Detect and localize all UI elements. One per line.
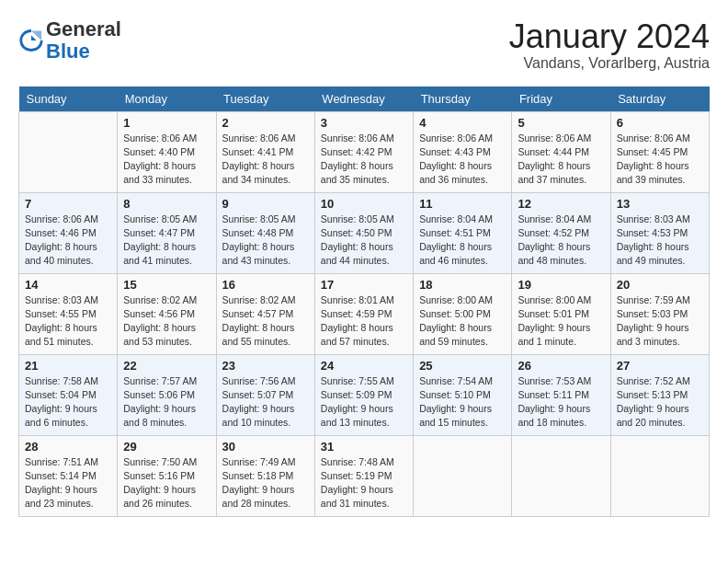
day-info: Sunrise: 8:06 AM Sunset: 4:42 PM Dayligh… xyxy=(321,132,407,188)
calendar-cell: 16Sunrise: 8:02 AM Sunset: 4:57 PM Dayli… xyxy=(216,273,314,354)
calendar-cell: 27Sunrise: 7:52 AM Sunset: 5:13 PM Dayli… xyxy=(610,354,709,435)
page-header: General Blue January 2024 Vandans, Vorar… xyxy=(18,18,710,72)
calendar-cell: 18Sunrise: 8:00 AM Sunset: 5:00 PM Dayli… xyxy=(414,273,512,354)
calendar-cell: 26Sunrise: 7:53 AM Sunset: 5:11 PM Dayli… xyxy=(512,354,610,435)
calendar-cell: 20Sunrise: 7:59 AM Sunset: 5:03 PM Dayli… xyxy=(610,273,709,354)
day-number: 4 xyxy=(419,116,506,130)
day-number: 12 xyxy=(518,197,604,211)
day-number: 2 xyxy=(222,116,309,130)
day-number: 5 xyxy=(518,116,604,130)
calendar-cell: 17Sunrise: 8:01 AM Sunset: 4:59 PM Dayli… xyxy=(314,273,413,354)
day-info: Sunrise: 8:06 AM Sunset: 4:44 PM Dayligh… xyxy=(518,132,604,188)
column-header-friday: Friday xyxy=(512,86,610,112)
day-info: Sunrise: 7:48 AM Sunset: 5:19 PM Dayligh… xyxy=(321,455,407,511)
day-number: 7 xyxy=(25,197,111,211)
calendar-cell: 30Sunrise: 7:49 AM Sunset: 5:18 PM Dayli… xyxy=(216,435,314,516)
calendar-cell: 19Sunrise: 8:00 AM Sunset: 5:01 PM Dayli… xyxy=(512,273,610,354)
day-number: 30 xyxy=(222,440,309,454)
day-number: 16 xyxy=(222,278,309,292)
day-info: Sunrise: 8:06 AM Sunset: 4:40 PM Dayligh… xyxy=(123,132,210,188)
calendar-cell: 10Sunrise: 8:05 AM Sunset: 4:50 PM Dayli… xyxy=(314,192,413,273)
calendar-cell: 2Sunrise: 8:06 AM Sunset: 4:41 PM Daylig… xyxy=(216,111,314,192)
day-info: Sunrise: 7:51 AM Sunset: 5:14 PM Dayligh… xyxy=(25,455,111,511)
day-info: Sunrise: 8:05 AM Sunset: 4:48 PM Dayligh… xyxy=(222,213,309,269)
day-info: Sunrise: 7:53 AM Sunset: 5:11 PM Dayligh… xyxy=(518,374,604,431)
calendar-cell: 8Sunrise: 8:05 AM Sunset: 4:47 PM Daylig… xyxy=(118,192,216,273)
calendar-cell: 12Sunrise: 8:04 AM Sunset: 4:52 PM Dayli… xyxy=(512,192,610,273)
calendar-cell: 3Sunrise: 8:06 AM Sunset: 4:42 PM Daylig… xyxy=(314,111,413,192)
day-info: Sunrise: 7:55 AM Sunset: 5:09 PM Dayligh… xyxy=(321,374,407,431)
calendar-cell: 5Sunrise: 8:06 AM Sunset: 4:44 PM Daylig… xyxy=(512,111,610,192)
day-number: 15 xyxy=(123,278,210,292)
day-number: 19 xyxy=(518,278,604,292)
calendar-cell: 1Sunrise: 8:06 AM Sunset: 4:40 PM Daylig… xyxy=(118,111,216,192)
column-header-sunday: Sunday xyxy=(19,86,118,112)
day-number: 24 xyxy=(321,359,407,373)
calendar-cell: 25Sunrise: 7:54 AM Sunset: 5:10 PM Dayli… xyxy=(414,354,512,435)
column-header-tuesday: Tuesday xyxy=(216,86,314,112)
day-number: 13 xyxy=(617,197,703,211)
logo-general-text: General xyxy=(46,17,121,40)
month-title: January 2024 xyxy=(509,18,710,55)
day-number: 3 xyxy=(321,116,407,130)
calendar-cell: 13Sunrise: 8:03 AM Sunset: 4:53 PM Dayli… xyxy=(610,192,709,273)
day-info: Sunrise: 8:00 AM Sunset: 5:01 PM Dayligh… xyxy=(518,293,604,350)
calendar-week-row: 7Sunrise: 8:06 AM Sunset: 4:46 PM Daylig… xyxy=(19,192,710,273)
day-info: Sunrise: 8:02 AM Sunset: 4:57 PM Dayligh… xyxy=(222,293,309,350)
title-block: January 2024 Vandans, Vorarlberg, Austri… xyxy=(509,18,710,72)
column-header-wednesday: Wednesday xyxy=(314,86,413,112)
day-number: 8 xyxy=(123,197,210,211)
calendar-cell: 9Sunrise: 8:05 AM Sunset: 4:48 PM Daylig… xyxy=(216,192,314,273)
day-info: Sunrise: 8:06 AM Sunset: 4:46 PM Dayligh… xyxy=(25,213,111,269)
day-number: 23 xyxy=(222,359,309,373)
day-number: 25 xyxy=(419,359,506,373)
day-info: Sunrise: 8:01 AM Sunset: 4:59 PM Dayligh… xyxy=(321,293,407,350)
calendar-cell: 29Sunrise: 7:50 AM Sunset: 5:16 PM Dayli… xyxy=(118,435,216,516)
day-info: Sunrise: 8:05 AM Sunset: 4:47 PM Dayligh… xyxy=(123,213,210,269)
day-info: Sunrise: 7:52 AM Sunset: 5:13 PM Dayligh… xyxy=(617,374,703,431)
calendar-header-row: SundayMondayTuesdayWednesdayThursdayFrid… xyxy=(19,86,710,112)
day-number: 9 xyxy=(222,197,309,211)
day-info: Sunrise: 8:06 AM Sunset: 4:45 PM Dayligh… xyxy=(617,132,703,188)
day-info: Sunrise: 7:57 AM Sunset: 5:06 PM Dayligh… xyxy=(123,374,210,431)
calendar-cell: 14Sunrise: 8:03 AM Sunset: 4:55 PM Dayli… xyxy=(19,273,118,354)
day-info: Sunrise: 8:06 AM Sunset: 4:43 PM Dayligh… xyxy=(419,132,506,188)
day-info: Sunrise: 8:02 AM Sunset: 4:56 PM Dayligh… xyxy=(123,293,210,350)
day-info: Sunrise: 7:56 AM Sunset: 5:07 PM Dayligh… xyxy=(222,374,309,431)
calendar-cell: 31Sunrise: 7:48 AM Sunset: 5:19 PM Dayli… xyxy=(314,435,413,516)
day-number: 20 xyxy=(617,278,703,292)
day-number: 14 xyxy=(25,278,111,292)
day-info: Sunrise: 7:50 AM Sunset: 5:16 PM Dayligh… xyxy=(123,455,210,511)
calendar-week-row: 1Sunrise: 8:06 AM Sunset: 4:40 PM Daylig… xyxy=(19,111,710,192)
day-info: Sunrise: 8:00 AM Sunset: 5:00 PM Dayligh… xyxy=(419,293,506,350)
column-header-thursday: Thursday xyxy=(414,86,512,112)
location-title: Vandans, Vorarlberg, Austria xyxy=(509,55,710,72)
column-header-monday: Monday xyxy=(118,86,216,112)
day-number: 18 xyxy=(419,278,506,292)
day-info: Sunrise: 8:06 AM Sunset: 4:41 PM Dayligh… xyxy=(222,132,309,188)
calendar-cell xyxy=(512,435,610,516)
calendar-cell: 11Sunrise: 8:04 AM Sunset: 4:51 PM Dayli… xyxy=(414,192,512,273)
day-info: Sunrise: 8:03 AM Sunset: 4:55 PM Dayligh… xyxy=(25,293,111,350)
day-info: Sunrise: 7:58 AM Sunset: 5:04 PM Dayligh… xyxy=(25,374,111,431)
logo-icon xyxy=(18,28,44,53)
calendar-table: SundayMondayTuesdayWednesdayThursdayFrid… xyxy=(18,86,710,517)
day-number: 11 xyxy=(419,197,506,211)
logo-blue-text: Blue xyxy=(46,40,90,63)
calendar-cell: 22Sunrise: 7:57 AM Sunset: 5:06 PM Dayli… xyxy=(118,354,216,435)
calendar-cell xyxy=(610,435,709,516)
calendar-cell: 15Sunrise: 8:02 AM Sunset: 4:56 PM Dayli… xyxy=(118,273,216,354)
calendar-cell xyxy=(414,435,512,516)
day-number: 31 xyxy=(321,440,407,454)
day-number: 17 xyxy=(321,278,407,292)
day-info: Sunrise: 8:03 AM Sunset: 4:53 PM Dayligh… xyxy=(617,213,703,269)
day-number: 21 xyxy=(25,359,111,373)
column-header-saturday: Saturday xyxy=(610,86,709,112)
calendar-week-row: 28Sunrise: 7:51 AM Sunset: 5:14 PM Dayli… xyxy=(19,435,710,516)
calendar-cell: 6Sunrise: 8:06 AM Sunset: 4:45 PM Daylig… xyxy=(610,111,709,192)
calendar-week-row: 14Sunrise: 8:03 AM Sunset: 4:55 PM Dayli… xyxy=(19,273,710,354)
day-info: Sunrise: 7:49 AM Sunset: 5:18 PM Dayligh… xyxy=(222,455,309,511)
calendar-cell: 28Sunrise: 7:51 AM Sunset: 5:14 PM Dayli… xyxy=(19,435,118,516)
calendar-cell: 21Sunrise: 7:58 AM Sunset: 5:04 PM Dayli… xyxy=(19,354,118,435)
day-number: 1 xyxy=(123,116,210,130)
